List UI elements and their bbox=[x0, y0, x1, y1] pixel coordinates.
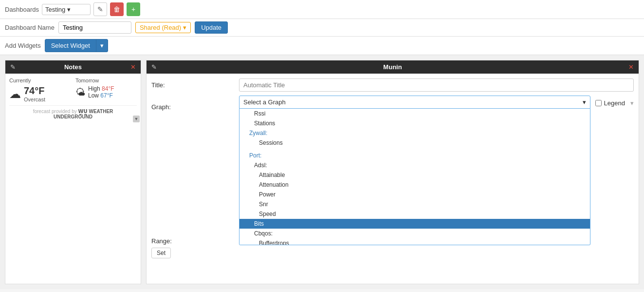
list-item[interactable]: Zywall: bbox=[239, 128, 590, 138]
notes-edit-button[interactable]: ✎ bbox=[10, 63, 16, 71]
title-input-row bbox=[239, 78, 634, 92]
second-toolbar: Dashboard Name Shared (Read) ▾ Update bbox=[0, 19, 644, 37]
list-item[interactable]: Attainable bbox=[239, 170, 590, 180]
title-label: Title: bbox=[151, 81, 229, 89]
notes-close-button[interactable]: ✕ bbox=[130, 63, 136, 71]
range-label-row: Range: Set bbox=[151, 237, 229, 258]
legend-container: Legend ▾ bbox=[595, 97, 634, 109]
list-item[interactable]: Rssi bbox=[239, 109, 590, 118]
chevron-down-icon: ▾ bbox=[67, 6, 71, 13]
weather-content: Currently ☁ 74°F Overcast Tomorrow 🌤 bbox=[5, 74, 141, 123]
tomorrow-label: Tomorrow bbox=[75, 78, 137, 83]
cloud-icon: ☁ bbox=[9, 87, 21, 101]
munin-widget: ✎ Munin ✕ Title: Graph: Range: Set bbox=[146, 60, 639, 284]
high-temp: 84°F bbox=[102, 85, 114, 92]
low-label: Low bbox=[88, 92, 99, 99]
munin-close-button[interactable]: ✕ bbox=[628, 63, 634, 71]
edit-button[interactable]: ✎ bbox=[93, 2, 107, 16]
select-widget-button[interactable]: Select Widget ▾ bbox=[45, 39, 108, 52]
list-item[interactable]: Cbqos: bbox=[239, 229, 590, 238]
notes-widget-header: ✎ Notes ✕ bbox=[5, 60, 141, 74]
weather-current: Currently ☁ 74°F Overcast bbox=[9, 78, 71, 102]
munin-widget-close-actions: ✕ bbox=[628, 63, 634, 71]
list-item[interactable]: Bufferdrops bbox=[239, 238, 590, 245]
shared-read-label: Shared (Read) bbox=[140, 24, 181, 31]
set-button[interactable]: Set bbox=[151, 248, 171, 258]
select-widget-label: Select Widget bbox=[45, 39, 96, 52]
third-toolbar: Add Widgets Select Widget ▾ bbox=[0, 37, 644, 55]
legend-arrow-icon[interactable]: ▾ bbox=[630, 99, 634, 107]
graph-label: Graph: bbox=[151, 103, 229, 111]
weather-icon-temp: ☁ 74°F Overcast bbox=[9, 85, 71, 102]
list-item[interactable]: Adsl: bbox=[239, 160, 590, 170]
high-low: High 84°F Low 67°F bbox=[88, 85, 114, 99]
munin-widget-title: Munin bbox=[157, 63, 628, 71]
shared-read-dropdown[interactable]: Shared (Read) ▾ bbox=[135, 22, 191, 33]
munin-form-right: Select a Graph ▾ RssiStationsZywall:Sess… bbox=[239, 78, 634, 264]
main-content: ✎ Notes ✕ Currently ☁ 74°F Overcast bbox=[0, 55, 644, 289]
notes-widget-actions: ✎ bbox=[10, 63, 16, 71]
graph-select-arrow-icon: ▾ bbox=[583, 98, 586, 106]
title-label-row: Title: bbox=[151, 81, 229, 89]
legend-label: Legend bbox=[604, 99, 625, 107]
notes-widget-title: Notes bbox=[16, 63, 130, 71]
top-toolbar: Dashboards Testing ▾ ✎ 🗑 + bbox=[0, 0, 644, 19]
range-label: Range: bbox=[151, 237, 229, 245]
munin-form-labels: Title: Graph: Range: Set bbox=[151, 78, 229, 264]
chevron-down-icon: ▾ bbox=[183, 24, 186, 31]
scroll-down-icon[interactable]: ▼ bbox=[133, 116, 140, 122]
dashboard-name-label: Dashboard Name bbox=[5, 24, 55, 31]
title-input[interactable] bbox=[239, 78, 634, 92]
dashboards-label: Dashboards bbox=[5, 6, 39, 13]
notes-widget-close-actions: ✕ bbox=[130, 63, 136, 71]
select-widget-arrow-icon[interactable]: ▾ bbox=[96, 39, 108, 52]
dashboard-name-input[interactable] bbox=[58, 21, 131, 34]
weather-row: Currently ☁ 74°F Overcast Tomorrow 🌤 bbox=[9, 78, 137, 102]
graph-select-area: Select a Graph ▾ RssiStationsZywall:Sess… bbox=[239, 96, 590, 245]
list-item[interactable]: Power bbox=[239, 190, 590, 199]
munin-content: Title: Graph: Range: Set bbox=[147, 74, 639, 269]
graph-row: Select a Graph ▾ RssiStationsZywall:Sess… bbox=[239, 96, 634, 245]
forecast-provided-label: forecast provided by bbox=[33, 109, 77, 114]
munin-widget-actions: ✎ bbox=[151, 63, 157, 71]
munin-widget-header: ✎ Munin ✕ bbox=[147, 60, 639, 74]
weather-tomorrow: Tomorrow 🌤 High 84°F Low 67°F bbox=[75, 78, 137, 99]
update-button[interactable]: Update bbox=[195, 21, 228, 34]
sun-icon: 🌤 bbox=[75, 87, 85, 98]
add-widgets-label: Add Widgets bbox=[5, 42, 41, 49]
high-label: High bbox=[88, 85, 100, 92]
current-label: Currently bbox=[9, 78, 71, 83]
legend-checkbox[interactable] bbox=[595, 100, 602, 106]
weather-divider bbox=[9, 105, 137, 106]
delete-button[interactable]: 🗑 bbox=[110, 2, 124, 16]
graph-select-box[interactable]: Select a Graph ▾ bbox=[239, 96, 590, 109]
list-item[interactable]: Port: bbox=[239, 151, 590, 160]
list-item[interactable]: Stations bbox=[239, 118, 590, 128]
list-item[interactable]: Bits bbox=[239, 219, 590, 229]
weather-footer: forecast provided by W̲U̲ WEATHERUNDERGR… bbox=[9, 109, 137, 119]
notes-widget-content: Currently ☁ 74°F Overcast Tomorrow 🌤 bbox=[5, 74, 141, 123]
munin-edit-button[interactable]: ✎ bbox=[151, 63, 157, 71]
list-item[interactable]: Attenuation bbox=[239, 180, 590, 190]
dashboard-select[interactable]: Testing ▾ bbox=[42, 4, 91, 15]
graph-label-row: Graph: bbox=[151, 103, 229, 111]
list-item[interactable]: Sessions bbox=[239, 138, 590, 148]
list-item[interactable]: Snr bbox=[239, 199, 590, 209]
weather-temp: 74°F bbox=[24, 85, 45, 97]
select-graph-placeholder: Select a Graph bbox=[243, 98, 286, 106]
list-item[interactable]: Speed bbox=[239, 209, 590, 219]
add-button[interactable]: + bbox=[127, 2, 140, 16]
weather-tomorrow-temp: 🌤 High 84°F Low 67°F bbox=[75, 85, 137, 99]
graph-dropdown[interactable]: RssiStationsZywall:SessionsPort:Adsl:Att… bbox=[239, 109, 590, 245]
low-temp: 67°F bbox=[100, 92, 112, 99]
dashboard-select-value: Testing bbox=[45, 6, 65, 13]
weather-desc: Overcast bbox=[24, 97, 45, 102]
notes-widget: ✎ Notes ✕ Currently ☁ 74°F Overcast bbox=[5, 60, 141, 284]
